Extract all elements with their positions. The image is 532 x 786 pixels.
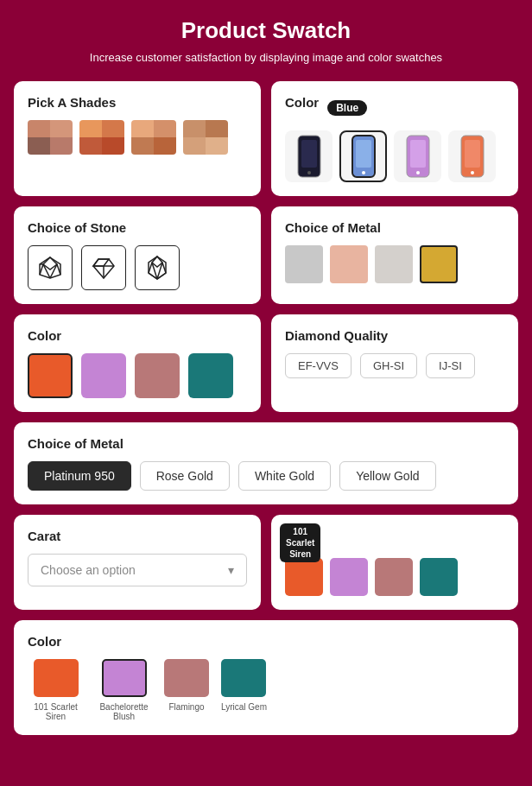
choice-of-metal-swatches-card: Choice of Metal: [271, 206, 518, 304]
metal-swatch-2[interactable]: [330, 245, 368, 283]
metal-btn-yellow-gold[interactable]: Yellow Gold: [339, 461, 435, 491]
carat-swatches-card: 101 Scarlet Siren: [271, 515, 518, 610]
page-title: Product Swatch: [14, 17, 518, 44]
phone-swatch-2[interactable]: [339, 130, 387, 182]
color-circle-2[interactable]: [81, 353, 126, 398]
bottom-color-option-1[interactable]: 101 Scarlet Siren: [28, 659, 84, 721]
color-circles-title: Color: [28, 328, 247, 343]
shade-swatch-3[interactable]: [131, 120, 176, 155]
svg-rect-1: [301, 140, 317, 168]
shade-swatch-1[interactable]: [28, 120, 73, 155]
bottom-color-option-3[interactable]: Flamingo: [164, 659, 209, 721]
color-phone-card: Color Blue: [271, 81, 518, 196]
shade-swatch-2[interactable]: [79, 120, 124, 155]
carat-swatch-2[interactable]: [330, 558, 368, 596]
bottom-color-label-3: Flamingo: [168, 702, 204, 712]
dropdown-chevron-icon: ▾: [228, 563, 234, 577]
pick-a-shades-title: Pick A Shades: [28, 95, 247, 110]
carat-title: Carat: [28, 529, 247, 543]
metal-btn-rose-gold[interactable]: Rose Gold: [140, 461, 230, 491]
bottom-color-card: Color 101 Scarlet Siren Bachelorette Blu…: [14, 620, 518, 735]
metal-swatches: [285, 245, 504, 283]
bottom-color-option-2[interactable]: Bachelorette Blush: [96, 659, 152, 721]
carat-card: Carat Choose an option ▾: [14, 515, 261, 610]
svg-rect-10: [465, 140, 480, 168]
stone-option-3[interactable]: [135, 245, 180, 290]
stone-option-2[interactable]: [81, 245, 126, 290]
carat-placeholder: Choose an option: [41, 563, 136, 577]
bottom-color-box-2: [102, 659, 147, 697]
quality-option-ef-vvs[interactable]: EF-VVS: [285, 353, 352, 378]
bottom-color-option-4[interactable]: Lyrical Gem: [221, 659, 267, 721]
carat-dropdown[interactable]: Choose an option ▾: [28, 554, 247, 586]
svg-rect-4: [356, 140, 371, 168]
phone-swatches: [285, 130, 504, 182]
bottom-color-options: 101 Scarlet Siren Bachelorette Blush Fla…: [28, 659, 504, 721]
bottom-color-label-1: 101 Scarlet Siren: [28, 702, 84, 721]
svg-marker-20: [93, 259, 109, 266]
bottom-color-box-3: [164, 659, 209, 697]
metal-swatch-4[interactable]: [420, 245, 458, 283]
metal-btn-platinum[interactable]: Platinum 950: [28, 461, 131, 491]
metal-btn-white-gold[interactable]: White Gold: [238, 461, 331, 491]
phone-swatch-4[interactable]: [448, 130, 496, 182]
diamond-quality-card: Diamond Quality EF-VVS GH-SI IJ-SI: [271, 314, 518, 412]
svg-point-2: [307, 171, 311, 174]
carat-swatch-4[interactable]: [420, 558, 458, 596]
phone-swatch-1[interactable]: [285, 130, 332, 182]
quality-option-gh-si[interactable]: GH-SI: [360, 353, 417, 378]
choice-of-metal-swatches-title: Choice of Metal: [285, 220, 504, 235]
bottom-color-box-4: [221, 659, 266, 697]
bottom-color-label-4: Lyrical Gem: [221, 702, 267, 712]
svg-point-11: [471, 171, 474, 174]
diamond-quality-title: Diamond Quality: [285, 328, 504, 343]
quality-options: EF-VVS GH-SI IJ-SI: [285, 353, 504, 378]
color-circles-card: Color: [14, 314, 261, 412]
metal-text-options: Platinum 950 Rose Gold White Gold Yellow…: [28, 461, 504, 491]
stone-options: [28, 245, 247, 290]
svg-marker-12: [40, 257, 60, 278]
choice-of-stone-title: Choice of Stone: [28, 220, 247, 235]
choice-of-metal-text-title: Choice of Metal: [28, 436, 504, 451]
color-phone-title: Color: [285, 95, 319, 110]
bottom-color-box-1: [34, 659, 79, 697]
color-selected-badge: Blue: [327, 100, 367, 116]
svg-marker-25: [152, 257, 162, 267]
quality-option-ij-si[interactable]: IJ-SI: [426, 353, 475, 378]
shade-swatch-4[interactable]: [183, 120, 228, 155]
svg-rect-7: [410, 140, 426, 168]
bottom-color-title: Color: [28, 634, 504, 649]
svg-point-8: [416, 171, 420, 174]
shades-grid: [28, 120, 247, 155]
color-circle-3[interactable]: [135, 353, 180, 398]
color-circles: [28, 353, 247, 398]
color-circle-4[interactable]: [188, 353, 233, 398]
svg-point-5: [362, 171, 365, 174]
stone-option-1[interactable]: [28, 245, 73, 290]
choice-of-stone-card: Choice of Stone: [14, 206, 261, 304]
metal-swatch-3[interactable]: [375, 245, 413, 283]
phone-swatch-3[interactable]: [394, 130, 441, 182]
scarlet-badge: 101 Scarlet Siren: [280, 523, 320, 562]
choice-of-metal-text-card: Choice of Metal Platinum 950 Rose Gold W…: [14, 422, 518, 504]
carat-swatch-3[interactable]: [375, 558, 413, 596]
metal-swatch-1[interactable]: [285, 245, 323, 283]
bottom-color-label-2: Bachelorette Blush: [96, 702, 152, 721]
svg-marker-24: [149, 257, 166, 279]
pick-a-shades-card: Pick A Shades: [14, 81, 261, 196]
carat-swatch-1[interactable]: [285, 558, 323, 596]
color-circle-1[interactable]: [28, 353, 73, 398]
page-subtitle: Increase customer satisfaction by displa…: [14, 51, 518, 64]
